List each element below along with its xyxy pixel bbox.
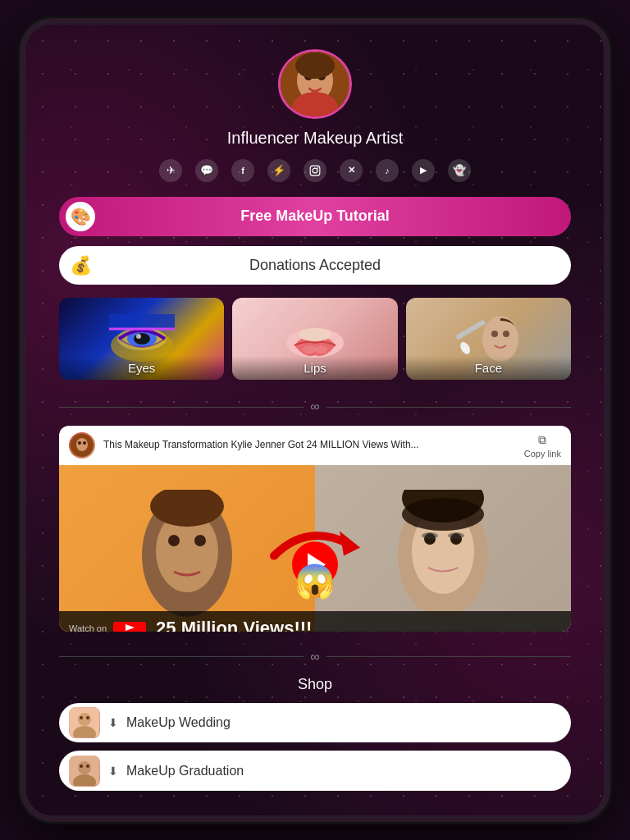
profile-name: Influencer Makeup Artist: [227, 129, 404, 148]
divider-symbol-2: ∞: [310, 650, 319, 664]
svg-point-53: [80, 765, 83, 768]
category-lips[interactable]: Lips: [232, 298, 397, 380]
svg-point-12: [134, 333, 150, 345]
shop-wedding-button[interactable]: ⬇ MakeUp Wedding: [59, 703, 571, 743]
lips-label: Lips: [232, 356, 397, 380]
tutorial-button[interactable]: 🎨 Free MakeUp Tutorial: [59, 197, 571, 237]
twitter-icon[interactable]: ✕: [340, 159, 363, 182]
video-header: This Makeup Transformation Kylie Jenner …: [59, 426, 571, 465]
svg-point-13: [136, 334, 141, 339]
svg-point-24: [459, 340, 472, 356]
svg-point-19: [299, 328, 331, 341]
svg-point-7: [313, 168, 317, 173]
messenger-icon[interactable]: ⚡: [267, 159, 290, 182]
svg-point-38: [402, 498, 484, 531]
svg-rect-14: [109, 314, 175, 329]
svg-point-31: [168, 535, 180, 546]
divider-symbol: ∞: [310, 399, 319, 414]
download-icon-wedding: ⬇: [108, 716, 118, 729]
svg-point-27: [78, 441, 81, 445]
copy-link-label: Copy link: [524, 449, 561, 459]
video-card[interactable]: This Makeup Transformation Kylie Jenner …: [59, 426, 571, 632]
copy-icon: ⧉: [538, 433, 546, 447]
shop-wedding-thumb: [69, 707, 100, 738]
donations-button[interactable]: 💰 Donations Accepted: [59, 246, 571, 285]
svg-point-51: [78, 761, 91, 774]
eyes-label: Eyes: [59, 356, 224, 380]
scared-emoji: 😱: [294, 562, 336, 600]
shop-title: Shop: [298, 676, 332, 693]
face-label: Face: [406, 356, 571, 380]
svg-point-17: [303, 345, 316, 354]
svg-point-22: [503, 331, 509, 337]
svg-rect-6: [310, 166, 320, 176]
svg-point-48: [80, 716, 83, 719]
page-content: Influencer Makeup Artist ✈ 💬 f ⚡ ✕ ♪ ▶ 👻…: [26, 25, 604, 815]
svg-rect-23: [455, 319, 486, 340]
svg-point-28: [83, 441, 86, 445]
svg-marker-34: [340, 532, 360, 556]
divider-line-right-2: [326, 656, 571, 657]
video-thumbnail: 😱 W: [59, 465, 571, 632]
views-label: 25 Million Views!!!: [156, 618, 312, 632]
watch-on-label: Watch on: [69, 623, 107, 632]
shop-graduation-label: MakeUp Graduation: [126, 764, 244, 778]
divider-1: ∞: [59, 399, 571, 414]
svg-point-26: [76, 438, 88, 451]
tiktok-icon[interactable]: ♪: [376, 159, 399, 182]
telegram-icon[interactable]: ✈: [159, 159, 182, 182]
svg-point-20: [482, 316, 518, 362]
svg-point-46: [78, 713, 91, 726]
shop-graduation-thumb: [69, 756, 100, 787]
facebook-icon[interactable]: f: [231, 159, 254, 182]
video-bottom-bar: Watch on 25 Million Views!!!: [59, 611, 571, 632]
svg-point-42: [448, 532, 464, 539]
divider-line-left: [59, 407, 304, 408]
shop-graduation-button[interactable]: ⬇ MakeUp Graduation: [59, 751, 571, 791]
divider-2: ∞: [59, 650, 571, 664]
svg-point-54: [86, 765, 89, 768]
category-grid: Eyes Lips: [59, 298, 571, 380]
svg-point-18: [314, 345, 327, 354]
divider-line-right: [326, 407, 571, 408]
download-icon-graduation: ⬇: [108, 765, 118, 778]
social-icons-row: ✈ 💬 f ⚡ ✕ ♪ ▶ 👻: [159, 159, 471, 182]
svg-point-8: [317, 167, 318, 168]
youtube-icon[interactable]: ▶: [412, 159, 435, 182]
shop-wedding-label: MakeUp Wedding: [126, 715, 231, 730]
whatsapp-icon[interactable]: 💬: [195, 159, 218, 182]
svg-point-49: [86, 716, 89, 719]
svg-point-32: [194, 535, 206, 546]
snapchat-icon[interactable]: 👻: [448, 159, 471, 182]
svg-point-21: [491, 331, 498, 337]
tablet-frame: Influencer Makeup Artist ✈ 💬 f ⚡ ✕ ♪ ▶ 👻…: [20, 18, 610, 822]
tutorial-icon: 🎨: [66, 202, 95, 231]
channel-avatar: [69, 432, 95, 459]
divider-line-left-2: [59, 656, 304, 657]
category-face[interactable]: Face: [406, 298, 571, 380]
category-eyes[interactable]: Eyes: [59, 298, 224, 380]
youtube-logo: [113, 622, 146, 632]
donations-icon: 💰: [66, 251, 95, 281]
video-title: This Makeup Transformation Kylie Jenner …: [103, 439, 516, 452]
avatar: [281, 52, 349, 116]
donations-label: Donations Accepted: [249, 257, 381, 274]
avatar-container: [278, 49, 352, 119]
instagram-icon[interactable]: [304, 159, 326, 182]
copy-link-button[interactable]: ⧉ Copy link: [524, 433, 561, 459]
svg-point-41: [422, 532, 438, 539]
tutorial-label: Free MakeUp Tutorial: [240, 208, 390, 225]
